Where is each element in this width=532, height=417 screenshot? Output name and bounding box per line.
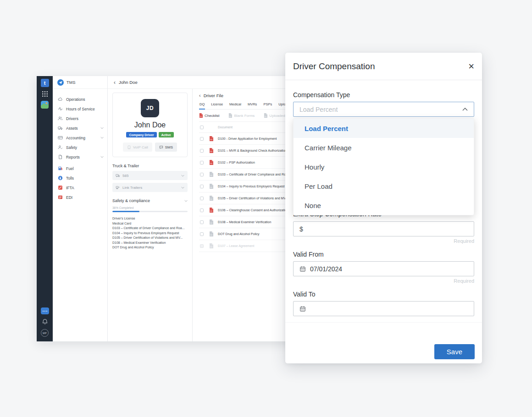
sidebar-item-label: Assets — [66, 126, 97, 131]
compliance-list: Driver's License Medical Card D103 – Cer… — [112, 216, 188, 250]
maps-app-icon[interactable] — [41, 101, 49, 109]
valid-to-input[interactable] — [293, 301, 474, 316]
document-name: D107 – Lease Agreement — [218, 244, 254, 247]
file-action-button[interactable]: Checklist — [199, 113, 219, 118]
calendar-icon — [299, 306, 306, 312]
row-checkbox[interactable] — [200, 173, 204, 176]
pdf-file-icon — [209, 184, 213, 189]
trailer-link-icon — [116, 185, 120, 190]
sidebar-item[interactable]: Accounting — [53, 133, 107, 143]
tab[interactable]: Medical — [229, 102, 242, 110]
extra-stop-rate-input[interactable]: $ — [293, 221, 474, 236]
chevron-down-icon — [100, 156, 104, 158]
sidebar-item-icon — [58, 126, 63, 131]
pdf-file-icon — [209, 231, 213, 236]
apps-grid-icon[interactable] — [42, 91, 48, 97]
page-title: John Doe — [119, 80, 138, 85]
sidebar-item[interactable]: Reports — [53, 152, 107, 162]
truck-select[interactable]: 585 — [112, 171, 188, 180]
sidebar-item[interactable]: Tolls — [53, 173, 107, 183]
user-avatar[interactable]: MP — [41, 329, 49, 337]
compliance-progress-track — [112, 211, 188, 212]
dropdown-option[interactable]: Load Percent — [294, 119, 474, 138]
select-all-checkbox[interactable] — [200, 126, 204, 129]
sidebar-item[interactable]: Assets — [53, 123, 107, 133]
row-checkbox[interactable] — [200, 232, 204, 236]
sidebar-item-icon — [58, 185, 63, 190]
row-checkbox[interactable] — [200, 208, 204, 212]
sidebar-item[interactable]: Fuel — [53, 164, 107, 173]
back-chevron-icon[interactable]: ‹ — [114, 80, 116, 85]
back-chevron-icon[interactable]: ‹ — [199, 93, 201, 98]
compliance-item: D103 – Certificate of Driver Compliance … — [112, 226, 188, 231]
row-checkbox[interactable] — [200, 185, 204, 188]
file-action-label: Blank Forms — [234, 114, 255, 118]
pdf-file-icon — [209, 208, 213, 213]
pdf-file-icon — [209, 148, 213, 153]
tab[interactable]: MVRs — [247, 102, 257, 110]
button-label: VoIP Call — [133, 145, 148, 149]
file-action-label: Checklist — [205, 114, 219, 118]
compliance-progress-label: 36% Completed — [112, 206, 188, 209]
select-placeholder: Load Percent — [299, 106, 462, 113]
pdf-icon — [264, 113, 267, 118]
card-button[interactable]: SMS — [155, 143, 177, 152]
sidebar-item[interactable]: Safety — [53, 143, 107, 152]
pdf-file-icon — [209, 243, 213, 248]
sidebar-item-icon — [58, 116, 63, 121]
pdf-file-icon — [209, 219, 213, 225]
link-trailers-select[interactable]: Link Trailers — [112, 183, 188, 192]
sidebar-brand: TMS — [53, 76, 107, 89]
sidebar-item-icon — [58, 106, 63, 111]
chevron-down-icon — [181, 187, 184, 189]
sidebar-item-icon — [58, 176, 63, 181]
card-buttons: VoIP Call SMS — [116, 143, 183, 152]
chevron-down-icon — [100, 137, 104, 139]
notifications-bell-icon[interactable] — [42, 318, 48, 325]
dropdown-option[interactable]: None — [294, 196, 474, 215]
sidebar-item[interactable]: Hours of Service — [53, 104, 107, 114]
sidebar: TMS Operations Hours of Service — [53, 76, 108, 341]
sidebar-item-label: Accounting — [66, 136, 97, 140]
tab[interactable]: License — [211, 102, 223, 110]
row-checkbox[interactable] — [200, 149, 204, 153]
rail-top: t — [41, 79, 49, 109]
pdf-file-icon — [209, 196, 213, 201]
dropdown-option[interactable]: Carrier Mileage — [294, 138, 474, 157]
save-button[interactable]: Save — [434, 344, 475, 359]
row-checkbox[interactable] — [200, 244, 204, 248]
sidebar-item[interactable]: Operations — [53, 94, 107, 104]
dropdown-option[interactable]: Hourly — [294, 157, 474, 176]
dropdown-option[interactable]: Per Load — [294, 176, 474, 196]
driver-profile-panel: JD John Doe Company Driver Active — [108, 89, 193, 341]
document-name: DOT Drug and Alcohol Policy — [218, 232, 260, 236]
chevron-down-icon[interactable] — [184, 200, 188, 202]
row-checkbox[interactable] — [200, 137, 204, 141]
sidebar-item-label: Safety — [66, 145, 97, 150]
driver-name: John Doe — [116, 121, 183, 129]
tab[interactable]: DQ — [199, 102, 205, 110]
compliance-item: D108 – Medical Examiner Verification — [112, 241, 188, 246]
row-checkbox[interactable] — [200, 161, 204, 165]
tms-app-tile[interactable]: t — [41, 79, 49, 87]
sidebar-item-label: Drivers — [66, 116, 97, 121]
document-name: D103 – Certificate of Driver Compliance … — [218, 173, 294, 176]
avatar: JD — [141, 99, 159, 117]
compensation-type-dropdown: Load Percent Carrier Mileage Hourly Per … — [293, 118, 474, 215]
chevron-down-icon — [181, 175, 184, 177]
pdf-file-icon — [209, 172, 213, 177]
sidebar-item[interactable]: EDI — [53, 192, 107, 202]
tab[interactable]: PSPs — [263, 102, 272, 110]
sidebar-item[interactable]: IFTA — [53, 183, 107, 192]
row-checkbox[interactable] — [200, 220, 204, 224]
row-checkbox[interactable] — [200, 197, 204, 200]
compensation-type-select[interactable]: Load Percent — [293, 102, 474, 117]
valid-from-input[interactable]: 07/01/2024 — [293, 261, 474, 276]
chat-icon[interactable] — [41, 307, 49, 314]
file-action-button[interactable]: Blank Forms — [228, 113, 255, 118]
close-icon[interactable]: × — [468, 61, 474, 71]
button-label: SMS — [165, 145, 173, 149]
sidebar-item[interactable]: Drivers — [53, 114, 107, 123]
card-button[interactable]: VoIP Call — [123, 143, 152, 152]
status-badge: Active — [159, 132, 174, 137]
